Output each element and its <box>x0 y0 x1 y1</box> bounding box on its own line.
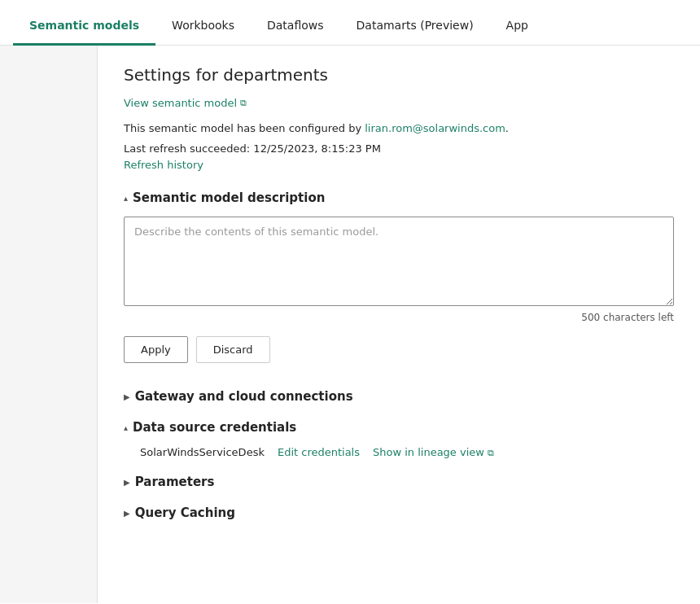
refresh-history-link[interactable]: Refresh history <box>124 159 203 171</box>
description-textarea[interactable] <box>124 217 674 306</box>
chevron-expand-icon-3: ▶ <box>124 509 130 518</box>
layout: Settings for departments View semantic m… <box>0 46 700 603</box>
discard-button[interactable]: Discard <box>196 336 270 363</box>
edit-credentials-link[interactable]: Edit credentials <box>278 446 360 458</box>
semantic-model-description-section: ▴ Semantic model description 500 charact… <box>124 190 674 363</box>
external-link-icon: ⧉ <box>240 98 247 108</box>
data-source-credentials-section: ▴ Data source credentials SolarWindsServ… <box>124 420 674 458</box>
tab-app[interactable]: App <box>490 7 545 46</box>
query-caching-section: ▶ Query Caching <box>124 506 674 520</box>
show-lineage-link[interactable]: Show in lineage view ⧉ <box>373 446 494 458</box>
credential-name: SolarWindsServiceDesk <box>140 446 265 458</box>
action-buttons: Apply Discard <box>124 336 674 363</box>
view-semantic-model-link[interactable]: View semantic model ⧉ <box>124 97 247 109</box>
configured-by-text: This semantic model has been configured … <box>124 122 674 134</box>
chevron-collapse-icon-2: ▴ <box>124 423 128 432</box>
configured-by-email-link[interactable]: liran.rom@solarwinds.com <box>365 122 505 134</box>
char-count-label: 500 characters left <box>124 312 674 323</box>
chevron-expand-icon: ▶ <box>124 392 130 401</box>
sidebar <box>0 46 98 603</box>
apply-button[interactable]: Apply <box>124 336 188 363</box>
main-content: Settings for departments View semantic m… <box>98 46 700 603</box>
parameters-header[interactable]: ▶ Parameters <box>124 475 674 489</box>
gateway-section-header[interactable]: ▶ Gateway and cloud connections <box>124 389 674 404</box>
parameters-section: ▶ Parameters <box>124 475 674 489</box>
tab-datamarts[interactable]: Datamarts (Preview) <box>340 7 490 46</box>
data-source-credentials-header[interactable]: ▴ Data source credentials <box>124 420 674 435</box>
gateway-section: ▶ Gateway and cloud connections <box>124 389 674 404</box>
external-link-icon-2: ⧉ <box>488 448 494 458</box>
query-caching-header[interactable]: ▶ Query Caching <box>124 506 674 520</box>
credential-row: SolarWindsServiceDesk Edit credentials S… <box>140 446 674 458</box>
top-navigation: Semantic models Workbooks Dataflows Data… <box>0 0 700 46</box>
chevron-expand-icon-2: ▶ <box>124 478 130 487</box>
last-refresh-status: Last refresh succeeded: 12/25/2023, 8:15… <box>124 142 674 155</box>
page-title: Settings for departments <box>124 65 674 85</box>
tab-workbooks[interactable]: Workbooks <box>155 7 251 46</box>
tab-semantic-models[interactable]: Semantic models <box>13 7 155 46</box>
tab-dataflows[interactable]: Dataflows <box>251 7 340 46</box>
semantic-model-description-header[interactable]: ▴ Semantic model description <box>124 190 674 205</box>
chevron-collapse-icon: ▴ <box>124 194 128 203</box>
